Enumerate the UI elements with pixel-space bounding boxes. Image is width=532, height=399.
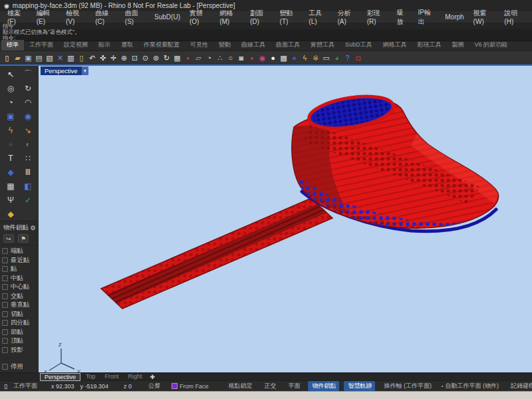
transform-flash-icon[interactable]: ϟ <box>2 123 19 137</box>
checkbox[interactable] <box>2 338 8 344</box>
undo-icon[interactable]: ↶ <box>87 53 97 63</box>
osnap-quadrant[interactable]: 四分點 <box>2 319 39 328</box>
menu-item[interactable]: 工具(L) <box>304 7 332 27</box>
half-sphere-icon[interactable]: ◐ <box>19 137 37 151</box>
checkbox[interactable] <box>2 302 8 308</box>
menu-item[interactable]: 曲面(S) <box>120 7 150 27</box>
checkbox[interactable] <box>2 248 8 254</box>
current-layer-button[interactable]: From Face <box>172 383 209 390</box>
units-button[interactable]: 公釐 <box>148 382 160 390</box>
toolbar-tab[interactable]: 曲線工具 <box>236 40 271 51</box>
osnap-intersection[interactable]: 交點 <box>2 292 39 301</box>
render-icon[interactable]: ◘ <box>353 53 363 63</box>
osnap-perpendicular[interactable]: 垂直點 <box>2 301 39 310</box>
open-folder-icon[interactable]: ▰ <box>13 53 23 63</box>
pan-hand-icon[interactable]: ✜ <box>98 53 108 63</box>
color-wheel-icon[interactable]: ◉ <box>257 53 267 63</box>
osnap-toggle[interactable]: 物件鎖點 <box>308 381 339 391</box>
menu-item[interactable]: IP輸出 <box>414 7 441 28</box>
spiral-icon[interactable]: ◔ <box>2 95 19 109</box>
help-icon[interactable]: ? <box>342 53 352 63</box>
menu-item[interactable]: 劃面(D) <box>245 7 275 27</box>
spheres-icon[interactable]: ◉ <box>19 109 37 123</box>
toolbar-tab[interactable]: 彩現工具 <box>412 40 447 51</box>
menu-item[interactable]: 檢視(V) <box>61 7 90 27</box>
menu-item[interactable]: SubD(U) <box>150 12 185 22</box>
toolbar-tab[interactable]: 選取 <box>116 40 138 51</box>
toolbar-tab[interactable]: 作業視窗配置 <box>138 40 185 51</box>
ortho-toggle[interactable]: 正交 <box>260 381 279 391</box>
viewport-title[interactable]: Perspective <box>41 66 82 75</box>
print-icon[interactable]: ▤ <box>34 53 44 63</box>
box-icon[interactable]: ▣ <box>2 109 19 123</box>
skeleton-icon[interactable]: Ψ <box>2 193 19 207</box>
viewport-tab[interactable]: Front <box>101 373 123 381</box>
checkbox[interactable] <box>2 320 8 326</box>
grid-snap-toggle[interactable]: 格點鎖定 <box>224 381 255 391</box>
checkbox[interactable] <box>2 347 8 353</box>
globe-icon[interactable]: ◕ <box>332 53 342 63</box>
transform-arrow-icon[interactable]: ↘ <box>19 123 37 137</box>
auto-cplane-toggle[interactable]: ▪自動工作平面 (物件) <box>439 381 501 391</box>
perspective-viewport[interactable]: Perspective ▾ <box>39 66 532 372</box>
wedge-icon[interactable]: ◖ <box>247 53 257 63</box>
arc-icon[interactable]: ◠ <box>19 95 37 109</box>
named-view-icon[interactable]: ▭ <box>321 53 331 63</box>
select-arrow-icon[interactable]: ↖ <box>2 67 19 81</box>
viewport-tab[interactable]: Top <box>82 373 100 381</box>
points-icon[interactable]: ∴ <box>215 53 225 63</box>
zoom-icon[interactable]: ⊕ <box>119 53 129 63</box>
hatch-icon[interactable]: ▩ <box>279 53 289 63</box>
toolbar-tab[interactable]: SubD工具 <box>340 40 378 51</box>
toolbar-tab[interactable]: 變動 <box>213 40 236 51</box>
grid-icon[interactable]: ▦ <box>2 179 19 193</box>
menu-item[interactable]: 網格(M) <box>215 7 245 27</box>
osnap-vertex[interactable]: 頂點 <box>2 336 39 346</box>
zoom-window-icon[interactable]: ⊡ <box>130 53 140 63</box>
chevron-down-icon[interactable]: ▾ <box>82 66 88 75</box>
viewport-title-pill[interactable]: Perspective ▾ <box>41 66 88 75</box>
checkbox[interactable] <box>2 311 8 317</box>
point-grid-icon[interactable]: ∷ <box>19 151 37 165</box>
cplane-pane-button[interactable]: 工作平面 <box>13 382 37 390</box>
toolbar-tab[interactable]: 顯示 <box>93 40 116 51</box>
history-icon[interactable]: ◔ <box>204 53 214 63</box>
osnap-end[interactable]: 端點 <box>2 247 39 256</box>
checkbox[interactable] <box>2 275 8 281</box>
toolbar-tab[interactable]: 工作平面 <box>24 40 59 51</box>
new-file-icon[interactable]: ▯ <box>2 53 12 63</box>
toolbar-tab[interactable]: 可見性 <box>185 40 213 51</box>
osnap-disable-row[interactable]: 停用 <box>2 362 39 372</box>
viewport-tab[interactable]: Right <box>124 373 146 381</box>
control-points-icon[interactable]: ⌒ <box>19 67 37 81</box>
menu-item[interactable]: 彩現(R) <box>362 7 392 27</box>
gumball-toggle[interactable]: 操作軸 (工作平面) <box>380 381 435 391</box>
osnap-mid[interactable]: 中點 <box>2 274 39 283</box>
copy-icon[interactable]: ▥ <box>66 53 76 63</box>
zoom-selected-icon[interactable]: ⊙ <box>140 53 150 63</box>
osnap-center[interactable]: 中心點 <box>2 283 39 292</box>
display-mode-icon[interactable]: ◗ <box>183 53 193 63</box>
delete-icon[interactable]: ✕ <box>55 53 65 63</box>
lightbulb-icon[interactable]: ○ <box>225 53 235 63</box>
move-icon[interactable]: ✛ <box>108 53 118 63</box>
new-viewport-tab-icon[interactable]: ✚ <box>148 374 158 380</box>
one-shot-osnap-button[interactable]: ↪ <box>3 234 14 243</box>
rotate-view-icon[interactable]: ↻ <box>162 53 172 63</box>
edit-page-icon[interactable]: ▧ <box>45 53 55 63</box>
menu-item[interactable]: 級放 <box>392 7 413 28</box>
gem-icon[interactable]: ◆ <box>2 165 19 179</box>
zoom-extents-icon[interactable]: ⊛ <box>151 53 161 63</box>
menu-item[interactable]: 編輯(E) <box>32 7 61 27</box>
command-line[interactable]: 顯示模式已切換為"著色模式"。 <box>0 29 532 35</box>
toolbar-tab[interactable]: 製圖 <box>447 40 469 51</box>
blue-sphere-icon[interactable]: ● <box>289 53 299 63</box>
checkbox[interactable] <box>2 293 8 299</box>
lightning-icon[interactable]: ϟ <box>300 53 310 63</box>
checkbox[interactable] <box>2 364 8 370</box>
smarttrack-toggle[interactable]: 智慧軌跡 <box>344 381 375 391</box>
array-columns-icon[interactable]: Ⅲ <box>19 165 37 179</box>
menu-item[interactable]: 分析(A) <box>333 7 362 27</box>
planar-toggle[interactable]: 平面 <box>284 381 303 391</box>
orbit-icon[interactable]: ↻ <box>19 81 37 95</box>
